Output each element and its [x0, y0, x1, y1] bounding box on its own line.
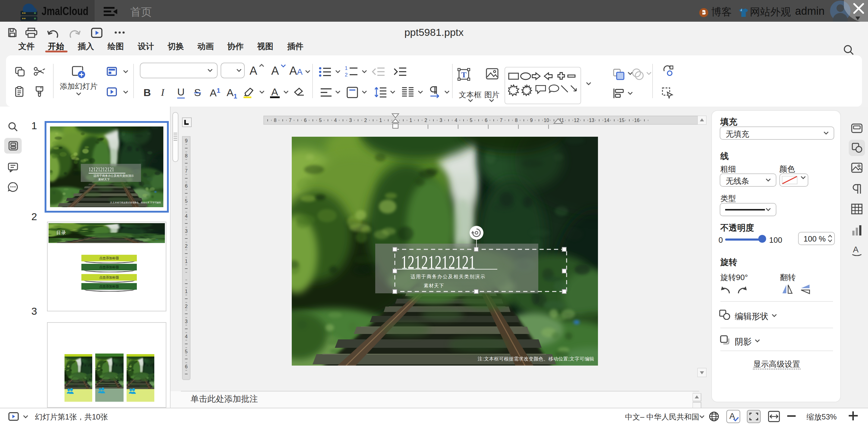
- svg-text:2: 2: [364, 118, 367, 123]
- svg-text:1: 1: [410, 118, 412, 123]
- svg-text:1: 1: [345, 66, 347, 71]
- svg-text:8: 8: [274, 118, 277, 123]
- svg-text:13: 13: [589, 118, 594, 123]
- svg-text:3: 3: [185, 319, 188, 324]
- svg-text:5: 5: [185, 349, 188, 354]
- svg-text:1: 1: [185, 259, 188, 264]
- svg-text:4: 4: [334, 118, 337, 123]
- svg-text:2: 2: [345, 72, 347, 77]
- svg-text:6: 6: [304, 118, 307, 123]
- svg-text:1: 1: [185, 289, 188, 294]
- svg-text:4: 4: [185, 214, 188, 219]
- svg-text:8: 8: [185, 153, 188, 158]
- svg-text:7: 7: [500, 118, 503, 123]
- svg-text:2: 2: [185, 243, 188, 249]
- svg-text:2: 2: [425, 118, 427, 123]
- svg-text:9: 9: [185, 138, 188, 143]
- svg-text:A: A: [853, 245, 859, 254]
- svg-text:4: 4: [185, 334, 188, 339]
- svg-text:6: 6: [185, 364, 188, 369]
- svg-text:2: 2: [185, 304, 188, 309]
- svg-text:15: 15: [619, 118, 624, 123]
- svg-text:5: 5: [319, 118, 322, 123]
- svg-text:3: 3: [440, 118, 442, 123]
- svg-text:7: 7: [185, 168, 188, 173]
- svg-text:9: 9: [530, 118, 533, 123]
- svg-text:3: 3: [349, 118, 352, 123]
- svg-text:14: 14: [604, 118, 610, 123]
- svg-text:T: T: [461, 70, 466, 79]
- svg-text:1: 1: [379, 118, 382, 123]
- svg-text:6: 6: [185, 184, 188, 189]
- svg-text:8: 8: [515, 118, 518, 123]
- svg-text:12: 12: [574, 118, 579, 123]
- svg-text:4: 4: [455, 118, 458, 123]
- svg-text:3: 3: [185, 229, 188, 234]
- svg-text:10: 10: [544, 118, 549, 123]
- svg-text:5: 5: [185, 198, 188, 203]
- svg-text:5: 5: [470, 118, 472, 123]
- svg-text:6: 6: [485, 118, 488, 123]
- svg-text:16: 16: [634, 118, 640, 123]
- svg-text:7: 7: [289, 118, 292, 123]
